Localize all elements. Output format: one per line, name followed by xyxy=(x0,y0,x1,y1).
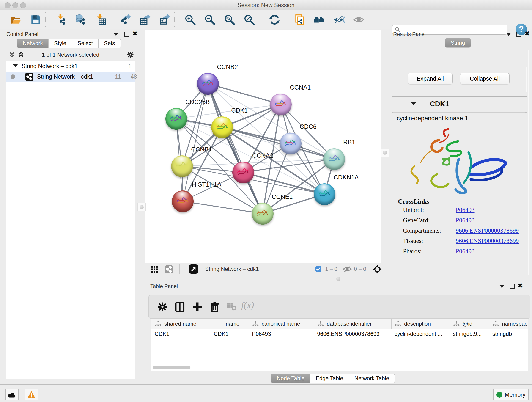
network-node-cdkn1a[interactable] xyxy=(314,183,336,205)
tab-network-table[interactable]: Network Table xyxy=(349,374,395,383)
duplicate-network-icon[interactable] xyxy=(294,14,305,26)
cloud-status-button[interactable] xyxy=(5,389,19,400)
zoom-selected-icon[interactable] xyxy=(244,14,255,26)
show-graphics-details-icon[interactable] xyxy=(353,14,365,26)
gear-icon[interactable] xyxy=(126,51,134,59)
network-node-hist1h1a[interactable] xyxy=(172,191,194,212)
function-builder-fx[interactable]: f(x) xyxy=(241,300,254,310)
node-table[interactable]: shared namenamecanonical namedatabase id… xyxy=(151,319,528,371)
column-header-canonical-name[interactable]: canonical name xyxy=(249,319,314,329)
network-node-cdc25b[interactable] xyxy=(165,108,187,130)
cell-database-identifier[interactable]: 9606.ENSP00000378699 xyxy=(317,331,390,337)
memory-button[interactable]: Memory xyxy=(493,389,529,400)
tab-edge-table[interactable]: Edge Table xyxy=(310,374,349,383)
network-share-icon[interactable] xyxy=(165,265,173,274)
open-session-icon[interactable] xyxy=(10,14,22,26)
toolbar-separator xyxy=(284,12,284,27)
crosslink-link[interactable]: P06493 xyxy=(456,206,475,213)
float-panel-icon[interactable] xyxy=(516,32,521,37)
collapse-all-button[interactable]: Collapse All xyxy=(460,73,510,84)
import-table-icon[interactable] xyxy=(95,14,106,26)
column-header-@id[interactable]: @id xyxy=(450,319,489,329)
tab-sets[interactable]: Sets xyxy=(99,38,121,48)
network-collection-row[interactable]: String Network – cdk1 1 xyxy=(6,61,135,71)
node-label: CDC6 xyxy=(300,123,317,130)
column-header-database-identifier[interactable]: database identifier xyxy=(314,319,392,329)
grid-mode-icon[interactable] xyxy=(151,265,158,273)
close-panel-icon[interactable]: ✖ xyxy=(525,31,530,36)
network-node-ccna1[interactable] xyxy=(270,94,292,115)
selected-checkbox[interactable] xyxy=(316,266,322,272)
node-structure-thumbnail xyxy=(175,161,189,171)
expand-all-button[interactable]: Expand All xyxy=(408,73,453,84)
tab-select[interactable]: Select xyxy=(72,38,99,48)
network-node-rb1[interactable] xyxy=(323,148,345,170)
tab-node-table[interactable]: Node Table xyxy=(271,374,310,383)
show-columns-icon[interactable] xyxy=(174,301,186,313)
delete-column-trash-icon[interactable] xyxy=(209,301,221,313)
collapse-gene-icon[interactable] xyxy=(411,102,416,105)
import-network-icon[interactable] xyxy=(55,14,67,26)
panel-menu-icon[interactable] xyxy=(500,285,504,288)
crosslink-link[interactable]: P06493 xyxy=(456,248,475,255)
table-settings-gear-icon[interactable] xyxy=(157,301,168,313)
export-network-icon[interactable] xyxy=(120,14,131,26)
results-panel-title: Results Panel xyxy=(393,31,426,37)
birdseye-view-icon[interactable] xyxy=(189,264,198,274)
horizontal-scrollbar[interactable] xyxy=(153,366,190,370)
vertical-splitter-handle[interactable] xyxy=(381,148,389,157)
network-node-cdc6[interactable] xyxy=(280,133,302,154)
column-header-name[interactable]: name xyxy=(210,319,249,329)
network-row-selected[interactable]: String Network – cdk1 11 48 xyxy=(6,71,135,82)
warning-status-button[interactable] xyxy=(25,389,38,400)
create-column-plus-icon[interactable] xyxy=(191,301,203,313)
collection-count: 1 xyxy=(128,63,132,70)
network-node-cdk1[interactable] xyxy=(211,116,233,138)
crosslink-link[interactable]: 9606.ENSP00000378699 xyxy=(456,227,519,234)
fit-selected-crosshair-icon[interactable] xyxy=(373,265,382,274)
network-selection-status-row: 1 of 1 Network selected xyxy=(5,49,136,60)
column-header-shared-name[interactable]: shared name xyxy=(152,319,211,329)
vertical-splitter-handle[interactable] xyxy=(138,203,146,211)
export-image-icon[interactable] xyxy=(159,14,171,26)
cell-name[interactable]: CDK1 xyxy=(214,331,247,337)
zoom-fit-icon[interactable] xyxy=(224,14,235,26)
crosslink-link[interactable]: P06493 xyxy=(456,217,475,224)
cell-description[interactable]: cyclin-dependent ... xyxy=(394,331,448,337)
panel-menu-icon[interactable] xyxy=(114,33,118,36)
collapse-tree-icon[interactable] xyxy=(13,64,18,67)
column-header-description[interactable]: description xyxy=(391,319,450,329)
results-panel: Results Panel ✖ String Expand All Collap… xyxy=(391,30,532,276)
network-node-ccnb1[interactable] xyxy=(171,155,193,177)
close-panel-icon[interactable]: ✖ xyxy=(133,31,138,36)
crosslink-link[interactable]: 9606.ENSP00000378699 xyxy=(456,237,519,244)
memory-status-dot xyxy=(496,392,502,398)
zoom-out-icon[interactable] xyxy=(204,14,215,26)
cell-namespace[interactable]: stringdb xyxy=(492,331,526,337)
float-panel-icon[interactable] xyxy=(124,32,129,37)
close-panel-icon[interactable]: ✖ xyxy=(518,283,523,288)
column-header-namespace[interactable]: namespace xyxy=(489,319,527,329)
export-table-icon[interactable] xyxy=(139,14,151,26)
network-node-ccnb2[interactable] xyxy=(197,73,219,95)
cell-@id[interactable]: stringdb:9... xyxy=(453,331,488,337)
tab-style[interactable]: Style xyxy=(49,38,72,48)
gene-header[interactable]: CDK1 xyxy=(392,97,526,113)
save-session-icon[interactable] xyxy=(30,14,41,26)
network-node-ccna2[interactable] xyxy=(232,162,254,183)
float-panel-icon[interactable] xyxy=(510,284,515,289)
tab-network[interactable]: Network xyxy=(17,38,49,48)
cell-shared-name[interactable]: CDK1 xyxy=(155,331,209,337)
toolbar-separator xyxy=(174,12,175,27)
tab-string[interactable]: String xyxy=(445,38,471,48)
import-network-database-icon[interactable] xyxy=(75,14,86,26)
refresh-view-icon[interactable] xyxy=(269,14,280,26)
cell-canonical-name[interactable]: P06493 xyxy=(252,331,312,337)
delete-table-icon[interactable] xyxy=(226,301,237,312)
zoom-in-icon[interactable] xyxy=(184,14,196,26)
network-canvas[interactable]: CCNB2CCNA1CDC25BCDK1CDC6RB1CCNB1CCNA2CDK… xyxy=(145,30,381,264)
network-node-ccne1[interactable] xyxy=(252,203,273,225)
home-view-icon[interactable] xyxy=(314,14,325,26)
hide-graphics-details-icon[interactable] xyxy=(333,14,345,26)
panel-menu-icon[interactable] xyxy=(506,33,511,36)
